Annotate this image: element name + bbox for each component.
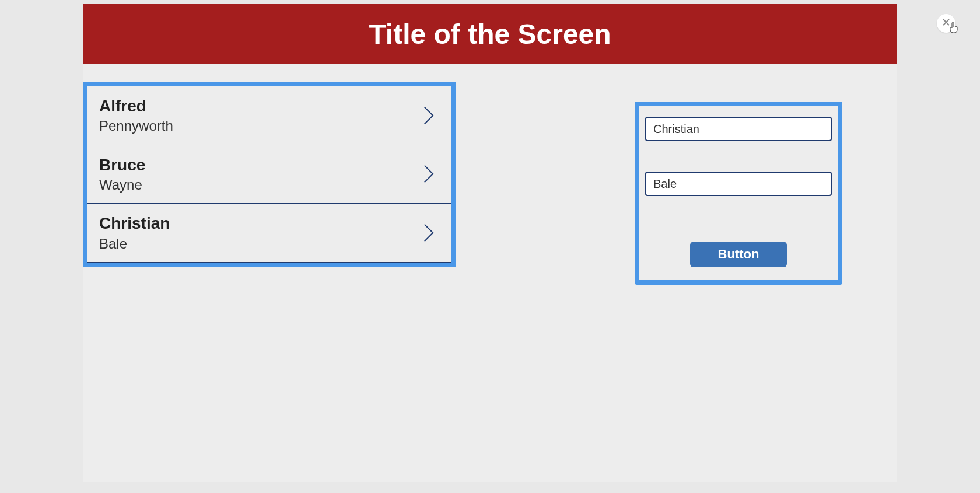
list-item-title: Christian	[99, 213, 170, 234]
close-icon	[942, 18, 950, 29]
list-item[interactable]: Bruce Wayne	[88, 145, 452, 204]
form-panel: Button	[635, 102, 842, 285]
chevron-right-icon	[422, 222, 435, 243]
close-button[interactable]	[937, 14, 956, 33]
content-area: Alfred Pennyworth Bruce Wayne Christia	[83, 64, 897, 482]
app-container: Title of the Screen Alfred Pennyworth Br…	[83, 4, 897, 482]
list-item-subtitle: Pennyworth	[99, 117, 173, 135]
list-item-subtitle: Bale	[99, 235, 170, 253]
last-name-input[interactable]	[645, 172, 832, 196]
list-item[interactable]: Christian Bale	[88, 204, 452, 263]
list-item-title: Bruce	[99, 155, 145, 176]
first-name-input[interactable]	[645, 117, 832, 141]
list-item-text: Alfred Pennyworth	[99, 96, 173, 135]
page-title: Title of the Screen	[369, 18, 611, 50]
chevron-right-icon	[422, 163, 435, 184]
list-item-text: Christian Bale	[99, 213, 170, 253]
submit-button[interactable]: Button	[690, 242, 787, 267]
list-panel: Alfred Pennyworth Bruce Wayne Christia	[83, 82, 456, 267]
list-item[interactable]: Alfred Pennyworth	[88, 86, 452, 145]
chevron-right-icon	[422, 105, 435, 126]
header-bar: Title of the Screen	[83, 4, 897, 64]
divider	[77, 270, 457, 270]
list-item-text: Bruce Wayne	[99, 155, 145, 194]
list-item-subtitle: Wayne	[99, 176, 145, 194]
list-item-title: Alfred	[99, 96, 173, 117]
